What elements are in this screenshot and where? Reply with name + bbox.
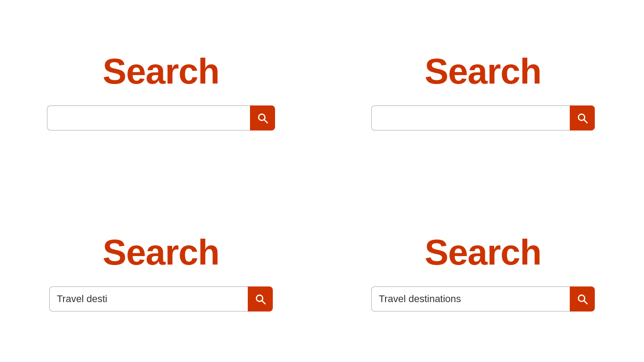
- quadrant-top-left: Search: [0, 0, 322, 181]
- svg-line-7: [584, 300, 587, 303]
- search-button-bottom-left[interactable]: [248, 286, 273, 311]
- svg-line-1: [264, 119, 267, 122]
- quadrant-top-right: Search: [322, 0, 644, 181]
- search-title-top-left: Search: [103, 51, 220, 92]
- search-icon-top-left: [257, 112, 268, 124]
- search-bar-bottom-left: [49, 286, 273, 311]
- search-input-top-right[interactable]: [371, 105, 570, 130]
- search-title-bottom-left: Search: [103, 232, 220, 273]
- search-bar-top-left: [47, 105, 275, 130]
- svg-line-3: [584, 119, 587, 122]
- search-button-bottom-right[interactable]: [570, 286, 595, 311]
- search-icon-bottom-right: [576, 293, 588, 305]
- search-icon-bottom-left: [254, 293, 266, 305]
- quadrant-bottom-left: Search: [0, 181, 322, 362]
- search-input-bottom-left[interactable]: [49, 286, 248, 311]
- search-bar-bottom-right: [371, 286, 595, 311]
- search-bar-top-right: [371, 105, 595, 130]
- search-input-bottom-right[interactable]: [371, 286, 570, 311]
- search-icon-top-right: [576, 112, 588, 124]
- search-title-top-right: Search: [425, 51, 542, 92]
- search-button-top-right[interactable]: [570, 105, 595, 130]
- search-input-top-left[interactable]: [47, 105, 250, 130]
- search-title-bottom-right: Search: [425, 232, 542, 273]
- quadrant-bottom-right: Search: [322, 181, 644, 362]
- search-button-top-left[interactable]: [250, 105, 275, 130]
- svg-line-5: [262, 300, 265, 303]
